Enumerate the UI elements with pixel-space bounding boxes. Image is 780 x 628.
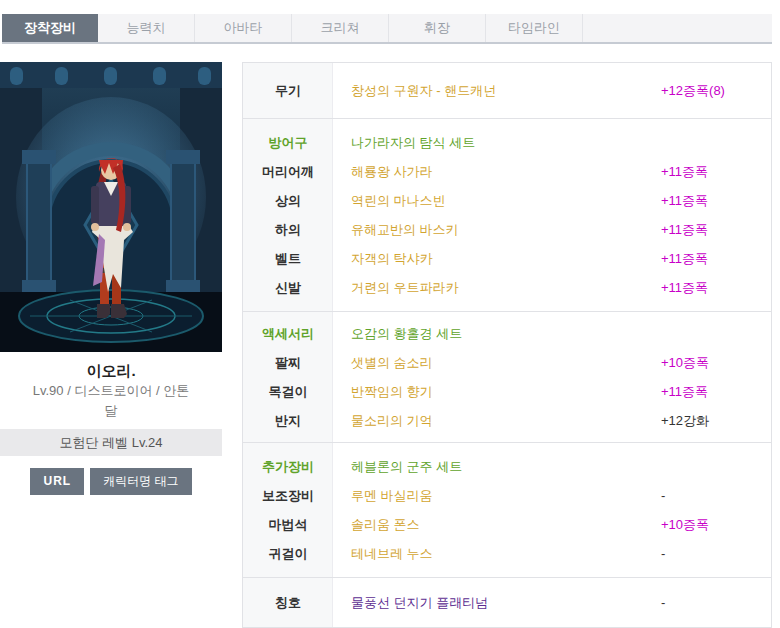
enhance-value: +11증폭 [661, 215, 771, 244]
character-actions: URL 캐릭터명 태그 [0, 468, 222, 495]
equipment-row-accessory-set: 액세서리 오감의 황홀경 세트 [243, 319, 771, 348]
enhance-value: - [661, 588, 771, 617]
equipment-table: 무기 창성의 구원자 - 핸드캐넌 +12증폭(8) 방어구 나가라자의 탐식 … [242, 62, 772, 628]
title-section: 칭호 물풍선 던지기 플래티넘 - [243, 577, 771, 627]
slot-label: 보조장비 [243, 481, 333, 510]
enhance-value: +10증폭 [661, 348, 771, 377]
equipment-row-belt: 벨트 자객의 탁샤카 +11증폭 [243, 244, 771, 273]
equipment-row-earring: 귀걸이 테네브레 누스 - [243, 539, 771, 568]
slot-label: 신발 [243, 273, 333, 302]
slot-label: 무기 [243, 76, 333, 105]
tab-bar: 장착장비 능력치 아바타 크리쳐 휘장 타임라인 [2, 14, 772, 44]
character-panel: 이오리. Lv.90 / 디스트로이어 / 안톤 달 모험단 레벨 Lv.24 … [0, 62, 222, 495]
adventure-guild-level: 모험단 레벨 Lv.24 [0, 429, 222, 456]
enhance-value: +11증폭 [661, 244, 771, 273]
item-name-link[interactable]: 창성의 구원자 - 핸드캐넌 [333, 76, 661, 105]
slot-label: 목걸이 [243, 377, 333, 406]
equipment-row-bottom: 하의 유해교반의 바스키 +11증폭 [243, 215, 771, 244]
dungeon-background-art [0, 62, 222, 352]
accessory-section: 액세서리 오감의 황홀경 세트 팔찌 샛별의 숨소리 +10증폭 목걸이 반짝임… [243, 311, 771, 442]
character-level-class-server: Lv.90 / 디스트로이어 / 안톤 [0, 381, 222, 401]
item-name-link[interactable]: 샛별의 숨소리 [333, 348, 661, 377]
slot-label: 벨트 [243, 244, 333, 273]
enhance-value: +11증폭 [661, 157, 771, 186]
enhance-value: - [661, 539, 771, 568]
equipment-row-necklace: 목걸이 반짝임의 향기 +11증폭 [243, 377, 771, 406]
armor-section: 방어구 나가라자의 탐식 세트 머리어깨 해룡왕 사가라 +11증폭 상의 역린… [243, 118, 771, 311]
equipment-row-weapon: 무기 창성의 구원자 - 핸드캐넌 +12증폭(8) [243, 76, 771, 105]
enhance-value: +11증폭 [661, 377, 771, 406]
enhance-value: +12증폭(8) [661, 76, 771, 105]
item-name-link[interactable]: 유해교반의 바스키 [333, 215, 661, 244]
enhance-value: - [661, 481, 771, 510]
slot-label: 액세서리 [243, 319, 333, 348]
equipment-row-armor-set: 방어구 나가라자의 탐식 세트 [243, 128, 771, 157]
slot-label: 마법석 [243, 510, 333, 539]
set-name-link[interactable]: 나가라자의 탐식 세트 [333, 128, 661, 157]
url-button[interactable]: URL [30, 468, 84, 495]
slot-label: 귀걸이 [243, 539, 333, 568]
tab-creature[interactable]: 크리쳐 [292, 14, 389, 42]
equipment-row-support: 보조장비 루멘 바실리움 - [243, 481, 771, 510]
set-name-link[interactable]: 헤블론의 군주 세트 [333, 452, 661, 481]
equipment-row-bracelet: 팔찌 샛별의 숨소리 +10증폭 [243, 348, 771, 377]
equipment-row-shoulder: 머리어깨 해룡왕 사가라 +11증폭 [243, 157, 771, 186]
tab-avatar[interactable]: 아바타 [195, 14, 292, 42]
equipment-row-shoes: 신발 거련의 우트파라카 +11증폭 [243, 273, 771, 302]
equipment-row-extra-set: 추가장비 헤블론의 군주 세트 [243, 452, 771, 481]
set-name-link[interactable]: 오감의 황홀경 세트 [333, 319, 661, 348]
slot-label: 추가장비 [243, 452, 333, 481]
slot-label: 방어구 [243, 128, 333, 157]
item-name-link[interactable]: 루멘 바실리움 [333, 481, 661, 510]
equipment-row-title: 칭호 물풍선 던지기 플래티넘 - [243, 588, 771, 617]
item-name-link[interactable]: 자객의 탁샤카 [333, 244, 661, 273]
item-name-link[interactable]: 테네브레 누스 [333, 539, 661, 568]
character-name-tag-button[interactable]: 캐릭터명 태그 [90, 468, 191, 495]
enhance-value [661, 452, 771, 481]
slot-label: 칭호 [243, 588, 333, 617]
extra-equipment-section: 추가장비 헤블론의 군주 세트 보조장비 루멘 바실리움 - 마법석 솔리움 폰… [243, 442, 771, 577]
tab-emblem[interactable]: 휘장 [389, 14, 486, 42]
enhance-value [661, 319, 771, 348]
equipment-row-ring: 반지 물소리의 기억 +12강화 [243, 406, 771, 435]
tab-timeline[interactable]: 타임라인 [486, 14, 583, 42]
equipment-row-top: 상의 역린의 마나스빈 +11증폭 [243, 186, 771, 215]
slot-label: 팔찌 [243, 348, 333, 377]
slot-label: 반지 [243, 406, 333, 435]
tab-bar-filler [583, 14, 772, 42]
item-name-link[interactable]: 솔리움 폰스 [333, 510, 661, 539]
item-name-link[interactable]: 물소리의 기억 [333, 406, 661, 435]
item-name-link[interactable]: 해룡왕 사가라 [333, 157, 661, 186]
character-portrait-image [0, 62, 222, 352]
enhance-value: +11증폭 [661, 273, 771, 302]
item-name-link[interactable]: 반짝임의 향기 [333, 377, 661, 406]
equipment-row-magic-stone: 마법석 솔리움 폰스 +10증폭 [243, 510, 771, 539]
slot-label: 머리어깨 [243, 157, 333, 186]
enhance-value: +12강화 [661, 406, 771, 435]
enhance-value: +11증폭 [661, 186, 771, 215]
enhance-value [661, 128, 771, 157]
slot-label: 하의 [243, 215, 333, 244]
character-info-page: 장착장비 능력치 아바타 크리쳐 휘장 타임라인 [0, 0, 780, 628]
enhance-value: +10증폭 [661, 510, 771, 539]
weapon-section: 무기 창성의 구원자 - 핸드캐넌 +12증폭(8) [243, 63, 771, 118]
slot-label: 상의 [243, 186, 333, 215]
item-name-link[interactable]: 역린의 마나스빈 [333, 186, 661, 215]
tab-stats[interactable]: 능력치 [98, 14, 195, 42]
character-server-line2: 달 [0, 401, 222, 421]
character-name: 이오리. [0, 362, 222, 381]
title-name-link[interactable]: 물풍선 던지기 플래티넘 [333, 588, 661, 617]
tab-equipped-gear[interactable]: 장착장비 [2, 14, 98, 42]
item-name-link[interactable]: 거련의 우트파라카 [333, 273, 661, 302]
